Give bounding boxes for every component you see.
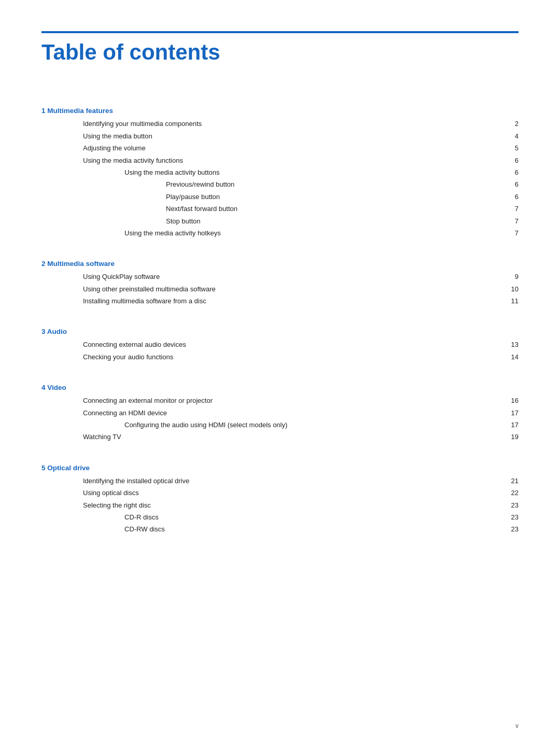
entry-title: Connecting external audio devices xyxy=(83,339,186,350)
toc-entry: Installing multimedia software from a di… xyxy=(41,295,519,307)
entry-dots xyxy=(236,186,504,187)
entry-dots xyxy=(223,235,504,235)
entry-title: Play/pause button xyxy=(166,191,220,203)
toc-entry: Using the media button4 xyxy=(41,130,519,142)
entry-dots xyxy=(289,427,504,427)
entry-page-number: 5 xyxy=(506,142,519,154)
section-heading-4: 4 Video xyxy=(41,384,519,391)
entry-page-number: 6 xyxy=(506,166,519,178)
entry-title: CD-R discs xyxy=(124,511,159,523)
entry-page-number: 7 xyxy=(506,203,519,215)
entry-page-number: 6 xyxy=(506,154,519,166)
toc-entry: Using the media activity hotkeys7 xyxy=(41,227,519,239)
entry-page-number: 17 xyxy=(506,419,519,431)
toc-entry: Connecting an HDMI device17 xyxy=(41,407,519,419)
page-footer: v xyxy=(515,722,519,729)
toc-entry: Connecting an external monitor or projec… xyxy=(41,395,519,406)
entry-title: Next/fast forward button xyxy=(166,203,237,215)
toc-entry: Identifying the installed optical drive2… xyxy=(41,475,519,487)
toc-section-1: 1 Multimedia featuresIdentifying your mu… xyxy=(41,107,519,239)
entry-page-number: 23 xyxy=(506,511,519,523)
entry-dots xyxy=(148,150,504,150)
entry-page-number: 19 xyxy=(506,431,519,443)
entry-dots xyxy=(191,483,504,483)
entry-page-number: 6 xyxy=(506,178,519,190)
entry-title: Connecting an external monitor or projec… xyxy=(83,395,213,406)
entry-title: Connecting an HDMI device xyxy=(83,407,167,419)
top-border xyxy=(41,31,519,33)
entry-page-number: 6 xyxy=(506,191,519,203)
entry-title: Identifying the installed optical drive xyxy=(83,475,189,487)
toc-entry: Using QuickPlay software9 xyxy=(41,271,519,283)
toc-entry: Stop button7 xyxy=(41,215,519,227)
entry-title: Installing multimedia software from a di… xyxy=(83,295,206,307)
entry-title: Using QuickPlay software xyxy=(83,271,160,283)
entry-page-number: 23 xyxy=(506,499,519,511)
section-heading-3: 3 Audio xyxy=(41,328,519,335)
entry-page-number: 14 xyxy=(506,351,519,363)
entry-dots xyxy=(161,519,504,519)
entry-dots xyxy=(240,210,504,211)
entry-dots xyxy=(218,291,504,291)
entry-title: Configuring the audio using HDMI (select… xyxy=(124,419,287,431)
entry-title: Using the media activity functions xyxy=(83,154,183,166)
toc-entry: Checking your audio functions14 xyxy=(41,351,519,363)
entry-dots xyxy=(175,359,504,359)
entry-page-number: 7 xyxy=(506,227,519,239)
toc-entry: CD-R discs23 xyxy=(41,511,519,523)
section-heading-2: 2 Multimedia software xyxy=(41,260,519,268)
toc-entry: Previous/rewind button6 xyxy=(41,178,519,190)
entry-dots xyxy=(203,223,505,223)
entry-dots xyxy=(167,531,504,531)
entry-title: Previous/rewind button xyxy=(166,178,234,190)
entry-title: Checking your audio functions xyxy=(83,351,173,363)
entry-title: Identifying your multimedia components xyxy=(83,118,202,130)
entry-page-number: 10 xyxy=(506,283,519,295)
entry-title: CD-RW discs xyxy=(124,523,165,535)
page-title: Table of contents xyxy=(41,39,519,65)
toc-entry: Using the media activity functions6 xyxy=(41,154,519,166)
toc-entry: Watching TV19 xyxy=(41,431,519,443)
entry-page-number: 13 xyxy=(506,339,519,350)
entry-dots xyxy=(141,495,504,495)
entry-dots xyxy=(153,507,504,508)
entry-dots xyxy=(185,162,504,163)
entry-page-number: 7 xyxy=(506,215,519,227)
section-heading-1: 1 Multimedia features xyxy=(41,107,519,115)
entry-title: Using optical discs xyxy=(83,487,139,499)
toc-entry: Adjusting the volume5 xyxy=(41,142,519,154)
entry-page-number: 16 xyxy=(506,395,519,406)
toc-entry: Using optical discs22 xyxy=(41,487,519,499)
entry-page-number: 2 xyxy=(506,118,519,130)
toc-section-4: 4 VideoConnecting an external monitor or… xyxy=(41,384,519,443)
section-heading-5: 5 Optical drive xyxy=(41,464,519,472)
entry-dots xyxy=(204,125,504,126)
entry-title: Stop button xyxy=(166,215,201,227)
entry-title: Using the media activity hotkeys xyxy=(124,227,221,239)
toc-entry: Play/pause button6 xyxy=(41,191,519,203)
entry-dots xyxy=(188,346,504,347)
entry-dots xyxy=(123,439,504,439)
entry-page-number: 4 xyxy=(506,130,519,142)
entry-dots xyxy=(215,402,504,403)
toc-entry: Selecting the right disc23 xyxy=(41,499,519,511)
toc-entry: Identifying your multimedia components2 xyxy=(41,118,519,130)
entry-title: Using the media button xyxy=(83,130,152,142)
entry-title: Using other preinstalled multimedia soft… xyxy=(83,283,216,295)
page-container: Table of contents 1 Multimedia featuresI… xyxy=(0,0,560,598)
entry-title: Adjusting the volume xyxy=(83,142,146,154)
toc-section-3: 3 AudioConnecting external audio devices… xyxy=(41,328,519,363)
entry-title: Selecting the right disc xyxy=(83,499,151,511)
entry-page-number: 11 xyxy=(506,295,519,307)
entry-page-number: 17 xyxy=(506,407,519,419)
entry-dots xyxy=(208,303,504,303)
entry-title: Watching TV xyxy=(83,431,121,443)
toc-entry: Configuring the audio using HDMI (select… xyxy=(41,419,519,431)
entry-page-number: 22 xyxy=(506,487,519,499)
toc-section-2: 2 Multimedia softwareUsing QuickPlay sof… xyxy=(41,260,519,307)
footer-page-number: v xyxy=(515,722,519,729)
toc-sections: 1 Multimedia featuresIdentifying your mu… xyxy=(41,107,519,535)
toc-entry: CD-RW discs23 xyxy=(41,523,519,535)
entry-page-number: 9 xyxy=(506,271,519,283)
entry-page-number: 21 xyxy=(506,475,519,487)
